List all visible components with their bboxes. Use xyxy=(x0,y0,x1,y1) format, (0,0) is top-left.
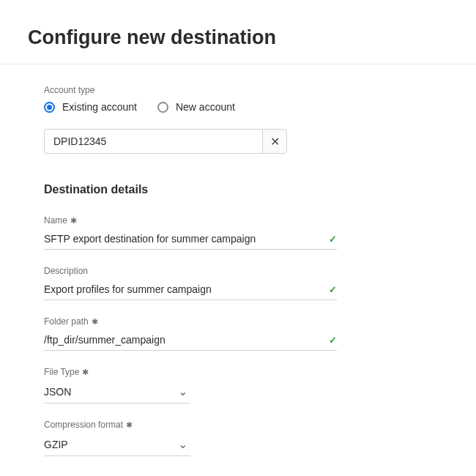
page-title: Configure new destination xyxy=(28,26,448,49)
radio-existing-account[interactable]: Existing account xyxy=(44,101,137,113)
description-field: Description ✓ xyxy=(44,266,337,300)
account-search-input[interactable] xyxy=(44,129,262,154)
name-label: Name xyxy=(44,215,67,226)
close-icon: ✕ xyxy=(270,135,280,149)
file-type-value: JSON xyxy=(44,386,71,398)
file-type-label: File Type xyxy=(44,367,79,377)
check-icon: ✓ xyxy=(329,284,337,295)
account-type-radio-group: Existing account New account xyxy=(44,101,353,113)
name-field: Name ✱ ✓ xyxy=(44,215,337,250)
required-icon: ✱ xyxy=(70,216,77,226)
description-label: Description xyxy=(44,266,88,276)
radio-unselected-icon xyxy=(157,102,168,113)
check-icon: ✓ xyxy=(329,335,337,346)
required-icon: ✱ xyxy=(92,317,98,327)
description-input[interactable] xyxy=(44,283,323,295)
compression-select[interactable]: GZIP ⌄ xyxy=(44,434,190,456)
radio-selected-icon xyxy=(44,102,55,113)
destination-details-heading: Destination details xyxy=(44,183,353,196)
radio-new-label: New account xyxy=(176,101,235,113)
folder-path-label: Folder path xyxy=(44,316,89,327)
chevron-down-icon: ⌄ xyxy=(178,437,187,451)
check-icon: ✓ xyxy=(329,234,337,245)
name-input[interactable] xyxy=(44,233,323,245)
compression-label: Compression format xyxy=(44,420,123,430)
clear-search-button[interactable]: ✕ xyxy=(262,129,287,154)
radio-existing-label: Existing account xyxy=(62,101,137,113)
radio-new-account[interactable]: New account xyxy=(157,101,235,113)
compression-field: Compression format ✱ GZIP ⌄ xyxy=(44,420,190,456)
account-type-label: Account type xyxy=(44,85,353,95)
account-search-row: ✕ xyxy=(44,129,287,154)
file-type-field: File Type ✱ JSON ⌄ xyxy=(44,367,190,404)
required-icon: ✱ xyxy=(82,368,89,377)
required-icon: ✱ xyxy=(126,420,133,430)
file-type-select[interactable]: JSON ⌄ xyxy=(44,382,190,404)
compression-value: GZIP xyxy=(44,439,68,450)
folder-path-field: Folder path ✱ ✓ xyxy=(44,316,337,351)
chevron-down-icon: ⌄ xyxy=(178,384,187,398)
folder-path-input[interactable] xyxy=(44,334,323,346)
